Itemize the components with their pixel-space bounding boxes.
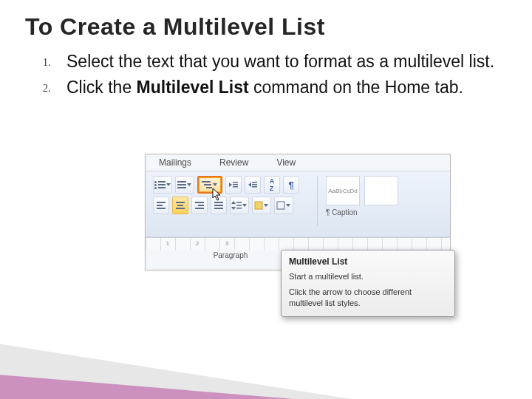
svg-rect-9 (255, 202, 262, 209)
multilevel-list-button[interactable] (197, 176, 222, 194)
chevron-down-icon (242, 204, 248, 207)
svg-rect-3 (252, 182, 257, 183)
align-center-button[interactable] (172, 197, 188, 214)
shading-button[interactable] (252, 197, 271, 214)
ribbon-body: AZ ¶ Paragraph AaBbCcDd (146, 171, 450, 237)
tooltip-line: Start a multilevel list. (289, 271, 447, 282)
list-item: 2. Click the Multilevel List command on … (43, 77, 507, 98)
svg-rect-1 (233, 184, 238, 185)
svg-rect-10 (277, 202, 284, 209)
borders-button[interactable] (274, 197, 293, 214)
svg-rect-0 (233, 182, 238, 183)
show-hide-button[interactable]: ¶ (283, 176, 299, 194)
decrease-indent-button[interactable] (225, 176, 242, 194)
align-right-button[interactable] (191, 197, 208, 214)
chevron-down-icon (212, 183, 218, 186)
style-preview[interactable]: AaBbCcDd (326, 176, 360, 205)
decorative-swoosh (0, 372, 386, 399)
sort-button[interactable]: AZ (264, 176, 280, 194)
ribbon-tabs: Mailings Review View (146, 154, 450, 171)
styles-group: AaBbCcDd ¶ Caption (326, 176, 398, 216)
svg-rect-6 (236, 202, 242, 203)
tab-review[interactable]: Review (219, 157, 248, 171)
paragraph-group: AZ ¶ Paragraph (153, 176, 308, 259)
style-caption: ¶ Caption (326, 208, 398, 216)
svg-rect-2 (233, 186, 238, 188)
svg-rect-7 (236, 205, 242, 206)
increase-indent-button[interactable] (245, 176, 261, 194)
line-spacing-button[interactable] (230, 197, 249, 214)
align-left-button[interactable] (153, 197, 169, 214)
slide-title: To Create a Multilevel List (25, 13, 507, 41)
list-item: 1. Select the text that you want to form… (43, 51, 507, 72)
numbering-button[interactable] (175, 176, 194, 194)
svg-rect-5 (252, 186, 257, 188)
list-text: Click the Multilevel List command on the… (66, 77, 463, 98)
chevron-down-icon (285, 204, 291, 207)
group-divider (317, 176, 318, 226)
chevron-down-icon (186, 183, 192, 186)
tab-view[interactable]: View (276, 157, 296, 171)
justify-button[interactable] (211, 197, 227, 214)
tooltip-title: Multilevel List (289, 256, 447, 267)
slide: To Create a Multilevel List 1. Select th… (0, 0, 532, 399)
tooltip-line: Click the arrow to choose different mult… (289, 287, 447, 309)
svg-rect-4 (252, 184, 257, 185)
list-text: Select the text that you want to format … (66, 51, 494, 72)
tab-mailings[interactable]: Mailings (159, 157, 191, 171)
tooltip: Multilevel List Start a multilevel list.… (281, 250, 455, 317)
svg-rect-8 (236, 208, 242, 209)
instruction-list: 1. Select the text that you want to form… (25, 51, 507, 99)
bullets-button[interactable] (153, 176, 172, 194)
list-number: 2. (43, 77, 66, 98)
style-preview[interactable] (364, 176, 398, 205)
chevron-down-icon (263, 204, 269, 207)
list-number: 1. (43, 51, 66, 72)
chevron-down-icon (166, 183, 171, 186)
